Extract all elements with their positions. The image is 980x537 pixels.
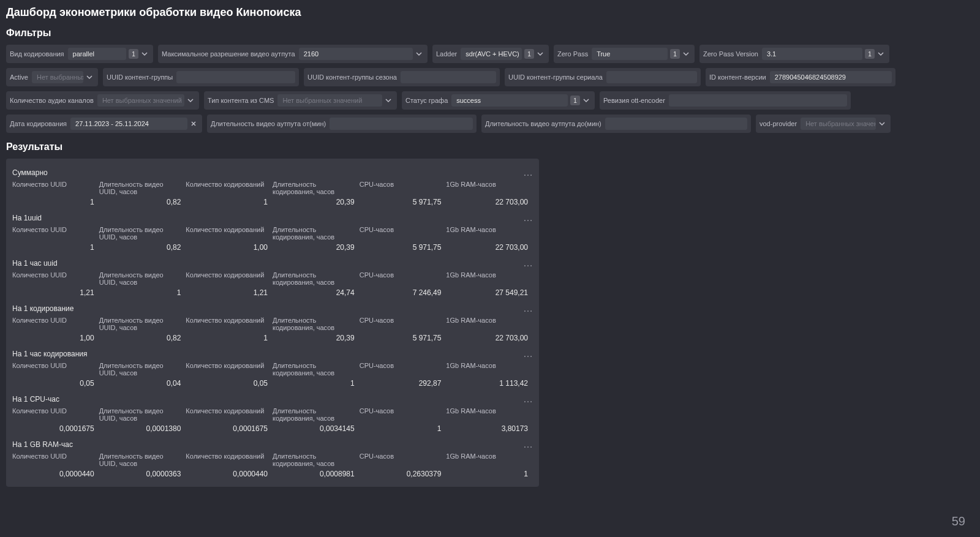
filter-zero-pass[interactable]: Zero Pass True 1 bbox=[554, 45, 695, 63]
filter-value[interactable] bbox=[669, 94, 847, 107]
result-column-header: CPU-часов bbox=[360, 226, 447, 241]
result-group: На 1uuid…Количество UUIDДлительность вид… bbox=[12, 211, 533, 253]
result-value-cell: 0,0001675 bbox=[12, 424, 99, 433]
filter-uuid-group[interactable]: UUID контент-группы bbox=[103, 68, 299, 86]
filter-ladder[interactable]: Ladder sdr(AVC + HEVC) 1 bbox=[432, 45, 549, 63]
result-value-cell: 0,82 bbox=[99, 198, 186, 206]
result-value-cell: 24,74 bbox=[273, 288, 360, 297]
more-icon[interactable]: … bbox=[523, 442, 533, 447]
chevron-down-icon[interactable] bbox=[414, 51, 424, 57]
filter-uuid-serial[interactable]: UUID контент-группы сериала bbox=[505, 68, 701, 86]
filter-value: Нет выбранных значений bbox=[801, 118, 876, 130]
more-icon[interactable]: … bbox=[523, 351, 533, 356]
more-icon[interactable]: … bbox=[523, 306, 533, 311]
result-column-header: Количество кодирований bbox=[186, 317, 273, 331]
result-value-cell: 5 971,75 bbox=[360, 334, 447, 342]
filter-value: sdr(AVC + HEVC) bbox=[461, 48, 522, 60]
chevron-down-icon[interactable] bbox=[581, 97, 591, 103]
filter-out-duration-to[interactable]: Длительность видео аутпута до(мин) bbox=[481, 115, 751, 133]
filter-zero-pass-version[interactable]: Zero Pass Version 3.1 1 bbox=[699, 45, 889, 63]
result-value-cell: 1 bbox=[12, 243, 99, 252]
result-columns-row: Количество UUIDДлительность видео UUID, … bbox=[12, 270, 533, 287]
filter-encoding-type[interactable]: Вид кодирования parallel 1 bbox=[6, 45, 153, 63]
result-value-cell: 3,80173 bbox=[446, 424, 533, 433]
result-group-title: Суммарно bbox=[12, 168, 48, 177]
result-group-header: На 1 CPU-час… bbox=[12, 392, 533, 406]
filter-label: Количество аудио каналов bbox=[10, 97, 94, 104]
filter-badge: 1 bbox=[129, 49, 138, 59]
result-column-header: Длительность видео UUID, часов bbox=[99, 453, 186, 467]
filter-value[interactable] bbox=[176, 71, 295, 83]
result-column-header: 1Gb RAM-часов bbox=[446, 407, 533, 422]
result-value-cell: 22 703,00 bbox=[446, 198, 533, 206]
result-column-header: Длительность кодирования, часов bbox=[273, 453, 360, 467]
filter-value: Нет выбранных значений bbox=[97, 94, 184, 107]
chevron-down-icon[interactable] bbox=[876, 51, 886, 57]
filter-vod-provider[interactable]: vod-provider Нет выбранных значений bbox=[756, 115, 891, 133]
result-column-header: Количество UUID bbox=[12, 317, 99, 331]
filter-label: UUID контент-группы bbox=[107, 73, 173, 81]
result-column-header: Длительность кодирования, часов bbox=[273, 181, 360, 195]
filter-ott-revision[interactable]: Ревизия ott-encoder bbox=[600, 91, 851, 110]
result-column-header: Количество кодирований bbox=[186, 181, 273, 195]
filter-value[interactable] bbox=[330, 118, 473, 130]
result-column-header: Длительность кодирования, часов bbox=[273, 362, 360, 377]
filter-row-3: Количество аудио каналов Нет выбранных з… bbox=[6, 91, 974, 110]
result-group-title: На 1uuid bbox=[12, 214, 42, 222]
result-value-cell: 1 bbox=[186, 334, 273, 342]
result-column-header: Количество кодирований bbox=[186, 226, 273, 241]
filter-uuid-season[interactable]: UUID контент-группы сезона bbox=[304, 68, 500, 86]
filter-label: Длительность видео аутпута от(мин) bbox=[211, 120, 326, 127]
result-column-header: CPU-часов bbox=[360, 362, 447, 377]
filter-value: True bbox=[592, 48, 668, 60]
chevron-down-icon[interactable] bbox=[535, 51, 545, 57]
result-column-header: Длительность кодирования, часов bbox=[273, 226, 360, 241]
result-value-cell: 0,0001675 bbox=[186, 424, 273, 433]
filter-row-4: Дата кодирования 27.11.2023 - 25.11.2024… bbox=[6, 115, 974, 133]
filter-value: success bbox=[451, 94, 568, 107]
filter-max-res[interactable]: Максимальное разрешение видео аутпута 21… bbox=[158, 45, 428, 63]
result-column-header: Длительность видео UUID, часов bbox=[99, 362, 186, 377]
filter-out-duration-from[interactable]: Длительность видео аутпута от(мин) bbox=[207, 115, 477, 133]
filter-encode-date[interactable]: Дата кодирования 27.11.2023 - 25.11.2024 bbox=[6, 115, 202, 133]
result-column-header: Количество UUID bbox=[12, 271, 99, 286]
filter-value[interactable] bbox=[605, 118, 747, 130]
result-value-cell: 1,00 bbox=[186, 243, 273, 252]
chevron-down-icon[interactable] bbox=[85, 74, 94, 80]
chevron-down-icon[interactable] bbox=[140, 51, 149, 57]
more-icon[interactable]: … bbox=[523, 397, 533, 402]
chevron-down-icon[interactable] bbox=[383, 97, 393, 103]
filter-value[interactable] bbox=[401, 71, 496, 83]
filter-badge: 1 bbox=[670, 49, 680, 59]
result-column-header: Длительность видео UUID, часов bbox=[99, 226, 186, 241]
filter-cms-type[interactable]: Тип контента из CMS Нет выбранных значен… bbox=[204, 91, 397, 110]
result-columns-row: Количество UUIDДлительность видео UUID, … bbox=[12, 179, 533, 197]
filter-audio-channels[interactable]: Количество аудио каналов Нет выбранных з… bbox=[6, 91, 199, 110]
more-icon[interactable]: … bbox=[523, 261, 533, 266]
result-value-cell: 22 703,00 bbox=[446, 243, 533, 252]
result-value-cell: 1 bbox=[446, 470, 533, 478]
result-columns-row: Количество UUIDДлительность видео UUID, … bbox=[12, 315, 533, 332]
result-group-header: Суммарно… bbox=[12, 166, 533, 179]
results-heading: Результаты bbox=[6, 141, 974, 152]
more-icon[interactable]: … bbox=[523, 170, 533, 175]
more-icon[interactable]: … bbox=[523, 216, 533, 220]
result-value-cell: 0,04 bbox=[99, 379, 186, 388]
filter-value[interactable]: 2789045046824508929 bbox=[770, 71, 892, 83]
chevron-down-icon[interactable] bbox=[877, 121, 887, 127]
filter-value[interactable] bbox=[606, 71, 697, 83]
result-values-row: 1,000,82120,395 971,7522 703,00 bbox=[12, 332, 533, 344]
filter-value: Нет выбранных з… bbox=[32, 71, 83, 83]
chevron-down-icon[interactable] bbox=[681, 51, 691, 57]
chevron-down-icon[interactable] bbox=[186, 97, 195, 103]
page-title: Дашборд эконометрики обработки видео Кин… bbox=[6, 6, 974, 19]
result-value-cell: 0,0034145 bbox=[273, 424, 360, 433]
filter-value: 2160 bbox=[299, 48, 413, 60]
filter-label: UUID контент-группы сезона bbox=[307, 73, 397, 81]
filter-content-version-id[interactable]: ID контент-версии 2789045046824508929 bbox=[706, 68, 895, 86]
filter-graph-status[interactable]: Статус графа success 1 bbox=[402, 91, 595, 110]
result-group-header: На 1 час кодирования… bbox=[12, 347, 533, 361]
filter-value: 27.11.2023 - 25.11.2024 bbox=[70, 118, 187, 130]
filter-active[interactable]: Active Нет выбранных з… bbox=[6, 68, 98, 86]
clear-icon[interactable] bbox=[189, 121, 198, 127]
